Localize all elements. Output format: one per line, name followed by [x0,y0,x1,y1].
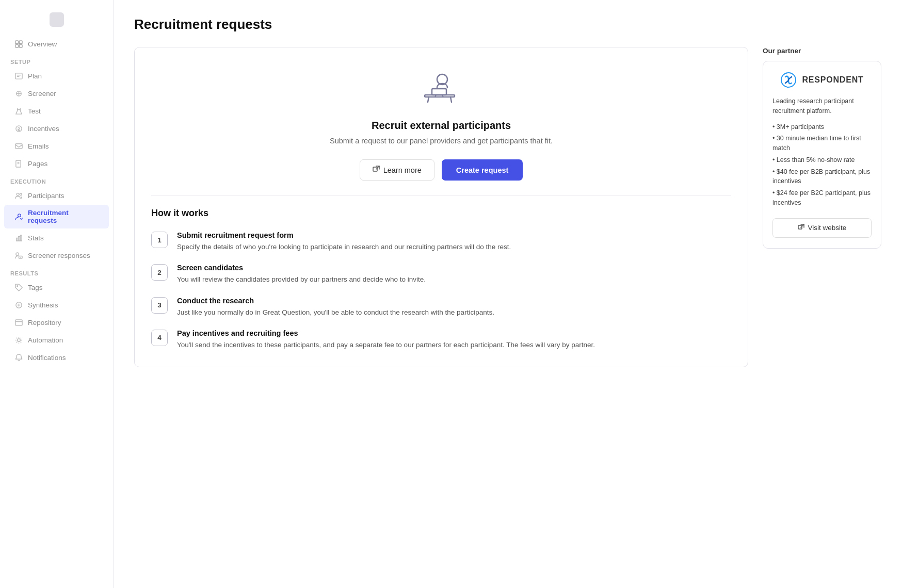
visit-website-button[interactable]: Visit website [772,218,872,238]
step-desc-2: You will review the candidates provided … [177,274,426,285]
partner-logo: RESPONDENT [772,72,872,88]
screener-icon [14,89,23,97]
svg-line-40 [376,166,379,169]
partner-feature-1: 3M+ participants [772,121,872,133]
our-partner-label: Our partner [763,47,881,55]
recruitment-icon [14,213,23,221]
responses-icon [14,251,23,259]
sidebar-label-automation: Automation [28,336,63,344]
step-content-2: Screen candidates You will review the ca… [177,264,426,285]
test-icon [14,107,23,115]
svg-rect-12 [15,143,22,148]
svg-point-16 [17,193,19,195]
svg-point-30 [17,338,20,341]
sidebar-label-incentives: Incentives [28,125,59,133]
sidebar-item-emails[interactable]: Emails [4,138,109,154]
sidebar-item-test[interactable]: Test [4,103,109,119]
step-number-4: 4 [151,330,168,346]
grid-icon [14,40,23,48]
step-3: 3 Conduct the research Just like you nor… [151,297,731,318]
sidebar-item-notifications[interactable]: Notifications [4,349,109,366]
sidebar-label-repository: Repository [28,319,61,326]
sidebar-item-plan[interactable]: Plan [4,68,109,84]
learn-more-button[interactable]: Learn more [360,159,434,181]
how-it-works-inner: How it works 1 Submit recruitment reques… [151,208,731,350]
execution-section-label: Execution [0,172,113,187]
step-content-4: Pay incentives and recruiting fees You'l… [177,329,595,350]
content-area: Recruit external participants Submit a r… [134,47,881,382]
step-number-3: 3 [151,297,168,314]
sidebar-item-recruitment-requests[interactable]: Recruitment requests [4,205,109,228]
sidebar-label-overview: Overview [28,40,57,48]
sidebar-label-notifications: Notifications [28,354,66,362]
sidebar-label-participants: Participants [28,192,65,200]
participants-icon [14,191,23,200]
sidebar-label-test: Test [28,107,41,115]
partner-features-list: 3M+ participants 30 minute median time t… [772,121,872,209]
sidebar-label-pages: Pages [28,160,47,168]
svg-point-26 [17,285,18,286]
partner-feature-5: $24 fee per B2C participant, plus incent… [772,187,872,209]
setup-section-label: Setup [0,53,113,67]
svg-line-33 [428,97,429,102]
hero-title: Recruit external participants [151,120,731,132]
step-title-4: Pay incentives and recruiting fees [177,329,595,337]
step-content-1: Submit recruitment request form Specify … [177,231,511,252]
partner-feature-4: $40 fee per B2B participant, plus incent… [772,166,872,188]
step-title-1: Submit recruitment request form [177,231,511,239]
sidebar-item-stats[interactable]: Stats [4,230,109,246]
sidebar-item-screener[interactable]: Screener [4,85,109,102]
step-title-2: Screen candidates [177,264,426,272]
main-panel: Recruit external participants Submit a r… [134,47,748,382]
create-request-button[interactable]: Create request [442,159,523,181]
sidebar-item-repository[interactable]: Repository [4,314,109,331]
hero-actions: Learn more Create request [151,159,731,181]
hero-divider [151,195,731,195]
partner-name: RESPONDENT [802,75,863,85]
sidebar-item-incentives[interactable]: Incentives [4,120,109,137]
sidebar-label-synthesis: Synthesis [28,301,58,309]
svg-point-18 [18,214,21,217]
results-section-label: Results [0,264,113,279]
sidebar-label-tags: Tags [28,284,43,291]
page-title: Recruitment requests [134,17,881,32]
sidebar-item-overview[interactable]: Overview [4,36,109,52]
sidebar-item-synthesis[interactable]: Synthesis [4,297,109,313]
step-content-3: Conduct the research Just like you norma… [177,297,494,318]
partner-feature-2: 30 minute median time to first match [772,133,872,154]
hero-subtitle: Submit a request to our panel providers … [151,137,731,145]
step-1: 1 Submit recruitment request form Specif… [151,231,731,252]
external-link-icon-partner [798,224,804,232]
external-link-icon [373,166,380,174]
pages-icon [14,159,23,168]
step-desc-3: Just like you normally do in Great Quest… [177,307,494,318]
svg-line-43 [801,224,804,227]
automation-icon [14,336,23,344]
sidebar-item-participants[interactable]: Participants [4,187,109,204]
sidebar-label-recruitment: Recruitment requests [28,209,99,224]
svg-rect-22 [20,235,22,240]
main-content: Recruitment requests [114,0,902,588]
sidebar-label-emails: Emails [28,142,49,150]
svg-rect-3 [19,44,22,47]
svg-rect-1 [19,40,22,43]
repository-icon [14,318,23,326]
app-logo-icon [50,12,64,27]
step-title-3: Conduct the research [177,297,494,305]
step-number-2: 2 [151,264,168,281]
svg-rect-21 [18,236,20,240]
incentives-icon [14,124,23,133]
sidebar-item-pages[interactable]: Pages [4,155,109,172]
svg-rect-20 [16,238,18,241]
sidebar-item-automation[interactable]: Automation [4,332,109,348]
step-number-1: 1 [151,232,168,248]
sidebar-item-tags[interactable]: Tags [4,279,109,296]
step-desc-4: You'll send the incentives to these part… [177,340,595,350]
partner-card: RESPONDENT Leading research participant … [763,61,881,249]
how-it-works-title: How it works [151,208,731,219]
svg-line-34 [450,97,452,102]
svg-rect-2 [15,44,18,47]
sidebar-label-screener-responses: Screener responses [28,252,90,259]
step-4: 4 Pay incentives and recruiting fees You… [151,329,731,350]
sidebar-item-screener-responses[interactable]: Screener responses [4,247,109,264]
